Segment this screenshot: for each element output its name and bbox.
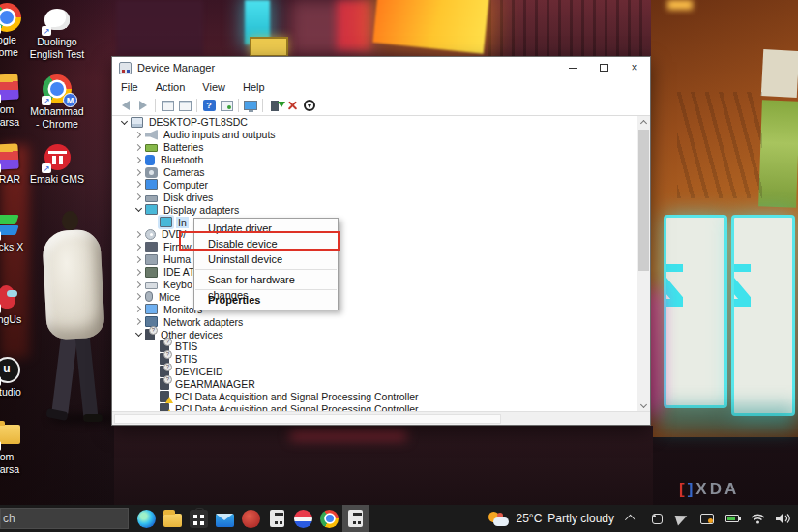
- desktop-icon-chrome[interactable]: ↗oglerome: [0, 2, 29, 58]
- expand-chevron-icon[interactable]: [133, 319, 144, 324]
- send-icon[interactable]: [674, 511, 690, 526]
- maximize-button[interactable]: [588, 57, 619, 78]
- taskbar-app-brave[interactable]: [238, 505, 264, 532]
- tree-item[interactable]: GEARMANAGER: [112, 378, 650, 391]
- tree-item[interactable]: Batteries: [112, 141, 650, 154]
- properties-button[interactable]: [176, 98, 193, 114]
- horizontal-scrollbar[interactable]: [112, 411, 650, 425]
- annotation-highlight-box: [179, 231, 340, 251]
- taskbar-app-media-app[interactable]: [290, 505, 316, 532]
- tree-item[interactable]: DEVICEID: [112, 366, 650, 378]
- forward-button[interactable]: [134, 98, 152, 114]
- expand-chevron-icon[interactable]: [133, 170, 144, 175]
- expand-chevron-icon[interactable]: [133, 232, 144, 237]
- console-tree-icon: [162, 101, 174, 111]
- studio-icon: [0, 357, 20, 383]
- expand-chevron-icon[interactable]: [133, 257, 144, 262]
- title-bar[interactable]: Device Manager ×: [112, 57, 650, 78]
- chrome-icon: [0, 3, 21, 32]
- tree-item[interactable]: DESKTOP-GTL8SDC: [112, 116, 650, 129]
- desktop-icon-folder[interactable]: ↗omdarsa: [0, 419, 29, 475]
- desktop-icon-studio[interactable]: ↗Studio: [0, 354, 29, 398]
- desktop-icon-label: ongUs: [0, 314, 21, 325]
- taskbar-app-device-manager-active[interactable]: [342, 505, 369, 532]
- close-button[interactable]: ×: [619, 57, 650, 78]
- menu-action[interactable]: Action: [147, 81, 194, 93]
- weather-icon: [488, 511, 510, 527]
- vertical-scrollbar[interactable]: [637, 116, 650, 412]
- edge-icon: [137, 510, 156, 528]
- desktop-icon-bluestacks[interactable]: ↗tacks X: [0, 209, 29, 252]
- menu-help[interactable]: Help: [234, 81, 274, 93]
- tree-item[interactable]: PCI Data Acquisition and Signal Processi…: [112, 391, 650, 403]
- taskbar-app-mail[interactable]: [212, 505, 238, 532]
- back-button[interactable]: [117, 98, 134, 114]
- chevron-up-icon[interactable]: [624, 511, 639, 526]
- scrollbar-thumb[interactable]: [638, 130, 649, 271]
- collapse-chevron-icon[interactable]: [133, 333, 144, 336]
- desktop-icon-emaki[interactable]: ↗Emaki GMS: [29, 141, 85, 185]
- expand-chevron-icon[interactable]: [133, 194, 144, 199]
- help-button[interactable]: [200, 98, 218, 114]
- tree-item[interactable]: Bluetooth: [112, 154, 650, 166]
- menu-file[interactable]: File: [112, 81, 147, 93]
- shortcut-arrow-icon: ↗: [42, 163, 51, 173]
- scroll-up-arrow-icon[interactable]: [637, 116, 650, 129]
- tree-item[interactable]: Network adapters: [112, 315, 650, 328]
- desktop-icon-winrar[interactable]: ↗nRAR: [0, 141, 29, 185]
- tree-item[interactable]: Cameras: [112, 166, 650, 179]
- desktop-icon-chrome-m[interactable]: M↗Mohammad- Chrome: [29, 74, 85, 130]
- console-window-icon: [221, 101, 233, 111]
- tray-icons: [624, 511, 790, 526]
- wallpaper-orange-neon: [372, 0, 488, 54]
- context-menu-item-scan-for-hardware-changes[interactable]: Scan for hardware changes: [194, 272, 338, 287]
- tree-item[interactable]: Other devices: [112, 328, 650, 340]
- horizontal-scrollbar-thumb[interactable]: [114, 414, 501, 424]
- expand-chevron-icon[interactable]: [133, 145, 144, 150]
- console-window-button[interactable]: [218, 98, 235, 114]
- tree-item[interactable]: Computer: [112, 178, 650, 191]
- expand-chevron-icon[interactable]: [133, 307, 144, 311]
- desktop-icon-amongus[interactable]: ↗ongUs: [0, 281, 29, 325]
- expand-chevron-icon[interactable]: [133, 133, 144, 137]
- desktop-icon-duolingo[interactable]: ↗DuolingoEnglish Test: [29, 4, 85, 60]
- tray-app-icon[interactable]: [649, 511, 665, 526]
- disable-device-button[interactable]: [301, 98, 318, 114]
- remote-desktop-button[interactable]: [242, 98, 259, 114]
- screen-cast-icon[interactable]: [699, 511, 715, 526]
- taskbar-app-chrome[interactable]: [316, 505, 342, 532]
- expand-chevron-icon[interactable]: [133, 158, 144, 163]
- tree-item[interactable]: BTIS: [112, 353, 650, 366]
- brave-icon: [242, 510, 260, 528]
- volume-icon[interactable]: [775, 511, 790, 526]
- context-menu-item-properties[interactable]: Properties: [194, 292, 338, 308]
- minimize-button[interactable]: [557, 57, 588, 78]
- console-tree-button[interactable]: [159, 98, 176, 114]
- context-menu-item-uninstall-device[interactable]: Uninstall device: [194, 251, 338, 267]
- menu-view[interactable]: View: [193, 81, 234, 93]
- expand-chevron-icon[interactable]: [133, 270, 144, 275]
- collapse-chevron-icon[interactable]: [118, 121, 130, 124]
- expand-chevron-icon[interactable]: [133, 282, 144, 287]
- desktop-icon-rar[interactable]: ↗omdarsa: [0, 72, 29, 128]
- tree-item[interactable]: Disk drives: [112, 191, 650, 203]
- tree-item-label: Disk drives: [162, 192, 215, 203]
- taskbar-app-file-explorer[interactable]: [160, 505, 186, 532]
- tree-item[interactable]: Display adapters: [112, 203, 650, 216]
- uninstall-button[interactable]: [283, 98, 301, 114]
- taskbar-app-store[interactable]: [186, 505, 212, 532]
- taskbar-app-device-manager[interactable]: [264, 505, 290, 532]
- expand-chevron-icon[interactable]: [133, 294, 144, 299]
- taskbar-search-input[interactable]: [0, 508, 129, 529]
- weather-widget[interactable]: 25°C Partly cloudy: [488, 511, 614, 527]
- tree-item[interactable]: BTIS: [112, 340, 650, 353]
- update-driver-button[interactable]: [266, 98, 283, 114]
- battery-icon[interactable]: [724, 511, 740, 526]
- taskbar-app-edge[interactable]: [133, 505, 160, 532]
- expand-chevron-icon[interactable]: [133, 182, 144, 187]
- tree-item[interactable]: Audio inputs and outputs: [112, 129, 650, 141]
- wifi-icon[interactable]: [750, 511, 765, 526]
- unknown-icon: [145, 329, 155, 340]
- collapse-chevron-icon[interactable]: [133, 208, 144, 211]
- expand-chevron-icon[interactable]: [133, 245, 144, 250]
